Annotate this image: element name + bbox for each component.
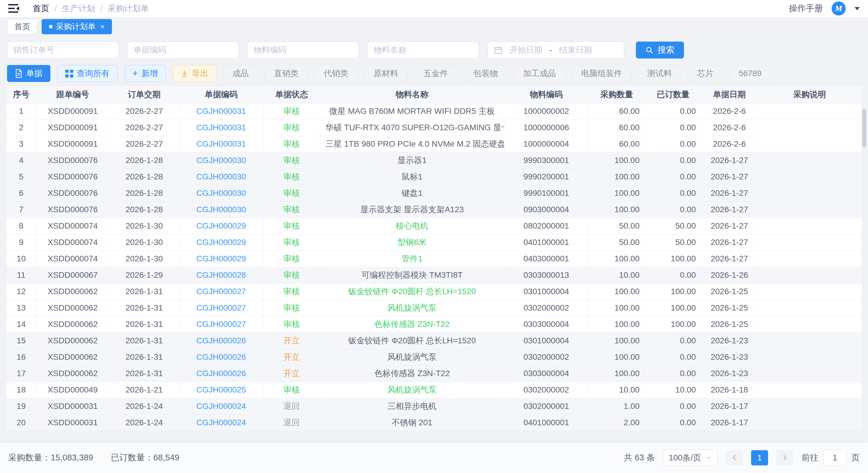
document-button[interactable]: 单据 (7, 65, 51, 82)
purchase-qty: 100.00 (588, 283, 645, 300)
doc-code-link[interactable]: CGJH000028 (179, 267, 263, 283)
doc-code-link[interactable]: CGJH000026 (179, 333, 263, 349)
purchase-note (757, 365, 862, 382)
tab-采购计划单[interactable]: 采购计划单× (41, 19, 112, 34)
download-icon (181, 70, 188, 77)
total-count: 共 63 条 (624, 452, 655, 464)
purchase-note (757, 185, 862, 201)
doc-date: 2026-1-27 (701, 201, 757, 218)
due-date: 2026-1-31 (109, 365, 179, 382)
status-badge: 审核 (263, 185, 320, 201)
category-button[interactable]: 芯片 (688, 65, 723, 82)
doc-code-link[interactable]: CGJH000025 (179, 382, 263, 398)
purchase-note (757, 349, 862, 365)
category-buttons: 成品直销类代销类原材料五金件包装物加工成品电脑组装件测试料芯片56789 (223, 65, 771, 82)
column-header: 单据状态 (263, 86, 320, 103)
order-no: XSDD000076 (36, 201, 109, 218)
category-button[interactable]: 56789 (730, 65, 771, 82)
breadcrumb-item[interactable]: 生产计划 (62, 3, 95, 14)
status-badge: 退回 (263, 398, 320, 414)
doc-code-link[interactable]: CGJH000026 (179, 349, 263, 365)
doc-code-link[interactable]: CGJH000029 (179, 250, 263, 267)
material-code: 9990200001 (504, 169, 588, 185)
category-button[interactable]: 代销类 (315, 65, 358, 82)
status-badge: 审核 (263, 382, 320, 398)
avatar[interactable]: M (832, 1, 846, 15)
table-row: 19XSDD0000312026-1-24CGJH000024退回三相异步电机0… (6, 398, 862, 414)
doc-code-link[interactable]: CGJH000027 (179, 316, 263, 333)
column-header: 采购数量 (588, 86, 645, 103)
doc-code-link[interactable]: CGJH000029 (179, 218, 263, 234)
category-button[interactable]: 测试料 (638, 65, 681, 82)
material-code: 1000000004 (504, 136, 588, 152)
category-button[interactable]: 加工成品 (514, 65, 565, 82)
material-name-input[interactable] (368, 41, 479, 59)
doc-code-input[interactable] (127, 41, 239, 59)
purchase-note (757, 316, 862, 333)
category-button[interactable]: 成品 (223, 65, 258, 82)
ordered-qty: 0.00 (645, 201, 701, 218)
doc-code-link[interactable]: CGJH000031 (179, 136, 263, 152)
breadcrumb-item[interactable]: 采购计划单 (108, 3, 149, 14)
material-code-input[interactable] (247, 41, 359, 59)
page-size-select[interactable]: 100条/页 (663, 449, 718, 466)
doc-code-link[interactable]: CGJH000030 (179, 201, 263, 218)
category-button[interactable]: 电脑组装件 (572, 65, 631, 82)
order-no: XSDD000062 (36, 349, 109, 365)
category-button[interactable]: 原材料 (365, 65, 407, 82)
current-page-button[interactable]: 1 (751, 450, 768, 465)
due-date: 2026-1-29 (109, 267, 179, 283)
category-button[interactable]: 直销类 (265, 65, 308, 82)
doc-code-link[interactable]: CGJH000024 (179, 398, 263, 414)
material-name: 色标传感器 Z3N-T22 (320, 316, 504, 333)
material-code: 1000000002 (504, 103, 588, 120)
doc-code-link[interactable]: CGJH000024 (179, 414, 263, 431)
goto-page-input[interactable] (823, 449, 847, 466)
column-header: 物料名称 (320, 86, 504, 103)
sales-order-input[interactable] (7, 41, 118, 59)
breadcrumb-item[interactable]: 首页 (33, 3, 49, 14)
vertical-scrollbar-thumb[interactable] (862, 109, 866, 147)
user-menu-caret-icon[interactable] (855, 7, 860, 10)
purchase-note (757, 300, 862, 316)
material-code: 0401000001 (504, 234, 588, 250)
order-no: XSDD000062 (36, 283, 109, 300)
doc-code-link[interactable]: CGJH000030 (179, 152, 263, 169)
ordered-qty: 0.00 (645, 349, 701, 365)
table-row: 11XSDD0000672026-1-29CGJH000028审核可编程控制器模… (6, 267, 862, 283)
doc-code-link[interactable]: CGJH000030 (179, 169, 263, 185)
tab-close-icon[interactable]: × (100, 22, 104, 31)
material-name: 三相异步电机 (320, 398, 504, 414)
next-page-button[interactable]: › (776, 450, 793, 465)
collapse-menu-icon[interactable] (8, 3, 22, 14)
due-date: 2026-1-31 (109, 333, 179, 349)
doc-code-link[interactable]: CGJH000029 (179, 234, 263, 250)
due-date: 2026-1-31 (109, 283, 179, 300)
doc-code-link[interactable]: CGJH000031 (179, 120, 263, 136)
doc-code-link[interactable]: CGJH000026 (179, 365, 263, 382)
add-button[interactable]: + 新增 (125, 65, 166, 82)
purchase-qty: 60.00 (588, 136, 645, 152)
status-badge: 开立 (263, 333, 320, 349)
ordered-qty: 100.00 (645, 316, 701, 333)
manual-link[interactable]: 操作手册 (789, 3, 823, 14)
export-button[interactable]: 导出 (173, 65, 216, 82)
doc-code-link[interactable]: CGJH000027 (179, 283, 263, 300)
order-no: XSDD000067 (36, 267, 109, 283)
doc-code-link[interactable]: CGJH000027 (179, 300, 263, 316)
doc-code-link[interactable]: CGJH000030 (179, 185, 263, 201)
query-all-button[interactable]: 查询所有 (57, 65, 118, 82)
prev-page-button[interactable]: ‹ (726, 450, 743, 465)
order-no: XSDD000031 (36, 414, 109, 431)
search-button[interactable]: 搜索 (636, 41, 684, 59)
top-right: 操作手册 M (789, 1, 860, 15)
order-no: XSDD000091 (36, 120, 109, 136)
date-range-picker[interactable]: 开始日期 - 结束日期 (488, 41, 624, 59)
tab-首页[interactable]: 首页 (7, 19, 37, 34)
doc-code-link[interactable]: CGJH000031 (179, 103, 263, 120)
query-all-label: 查询所有 (77, 68, 110, 79)
ordered-qty: 50.00 (645, 234, 701, 250)
category-button[interactable]: 五金件 (414, 65, 457, 82)
category-button[interactable]: 包装物 (464, 65, 507, 82)
ordered-qty: 0.00 (645, 365, 701, 382)
